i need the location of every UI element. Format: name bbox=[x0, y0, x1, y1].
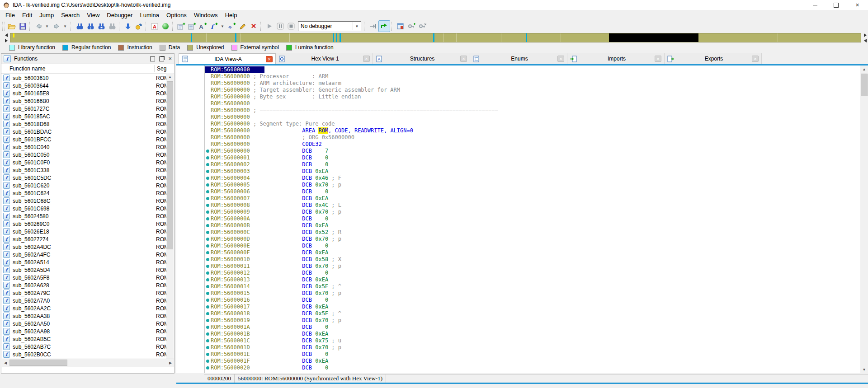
disassembly-line[interactable]: ROM:56000001 DCB 0 bbox=[176, 154, 860, 161]
create-struct-button[interactable] bbox=[226, 21, 237, 32]
search-text-button[interactable] bbox=[74, 21, 85, 32]
disassembly-line[interactable]: ROM:56000009 DCB 0x70 ; p bbox=[176, 209, 860, 215]
menu-view[interactable]: View bbox=[83, 11, 103, 19]
delete-button[interactable]: ✕ bbox=[248, 21, 259, 32]
function-row[interactable]: fsub_56003610ROM bbox=[2, 74, 166, 82]
disassembly-line[interactable]: ROM:56000000 bbox=[176, 114, 860, 121]
jump-by-name-button[interactable] bbox=[123, 21, 133, 32]
close-icon[interactable]: × bbox=[363, 56, 370, 62]
function-row[interactable]: fsub_5602A5F8ROM bbox=[2, 274, 166, 281]
create-code-button[interactable] bbox=[176, 21, 187, 32]
menu-edit[interactable]: Edit bbox=[19, 11, 36, 19]
function-row[interactable]: fsub_5602A4DCROM bbox=[2, 243, 166, 251]
disassembly-line[interactable]: ROM:56000013 DCB 0xEA bbox=[176, 276, 860, 283]
function-row[interactable]: fsub_5602AA2CROM bbox=[2, 304, 166, 312]
function-row[interactable]: fsub_5602AA38ROM bbox=[2, 312, 166, 320]
edit-button[interactable] bbox=[237, 21, 248, 32]
debugger-select[interactable]: No debugger ▼ bbox=[298, 21, 361, 31]
disassembly-line[interactable]: ROM:56000010 DCB 0x58 ; X bbox=[176, 256, 860, 263]
search-bytes-button[interactable] bbox=[96, 21, 107, 32]
close-icon[interactable]: × bbox=[266, 56, 273, 62]
functions-list-header[interactable]: Function name Seg bbox=[1, 64, 174, 74]
create-data-button[interactable] bbox=[187, 21, 198, 32]
function-row[interactable]: fsub_5602A7A0ROM bbox=[2, 297, 166, 304]
function-row[interactable]: fsub_56018D68ROM bbox=[2, 120, 166, 128]
save-button[interactable] bbox=[17, 21, 28, 32]
panel-maximize-icon[interactable] bbox=[150, 56, 155, 61]
disassembly-line[interactable]: ROM:5600000A DCB 0 bbox=[176, 215, 860, 222]
disassembly-line[interactable]: ROM:56000004 DCB 0x46 ; F bbox=[176, 175, 860, 182]
disassembly-line[interactable]: ROM:5600000C DCB 0x52 ; R bbox=[176, 229, 860, 236]
function-row[interactable]: fsub_560166B0ROM bbox=[2, 97, 166, 105]
function-row[interactable]: fsub_5601C050ROM bbox=[2, 151, 166, 159]
function-row[interactable]: fsub_5601C5DCROM bbox=[2, 174, 166, 182]
band-scroll-right[interactable] bbox=[863, 33, 868, 42]
disassembly-line[interactable]: ROM:56000015 DCB 0x70 ; p bbox=[176, 290, 860, 297]
disassembly-view[interactable]: ROM:56000000ROM:56000000 ; Processor : A… bbox=[176, 65, 860, 373]
function-row[interactable]: fsub_5602A79CROM bbox=[2, 289, 166, 297]
chevron-down-icon[interactable]: ▼ bbox=[353, 22, 361, 30]
key-add-button[interactable] bbox=[406, 21, 417, 32]
close-button[interactable]: × bbox=[847, 0, 868, 10]
disassembly-line[interactable]: ROM:5600000E DCB 0 bbox=[176, 243, 860, 249]
disassembly-line[interactable]: ROM:56000000 ; Processor : ARM bbox=[176, 73, 860, 80]
disassembly-line[interactable]: ROM:56000000 bbox=[176, 66, 860, 73]
disassembly-line[interactable]: ROM:56000019 DCB 0x70 ; p bbox=[176, 317, 860, 324]
disassembly-line[interactable]: ROM:56000007 DCB 0xEA bbox=[176, 195, 860, 202]
function-row[interactable]: fsub_5602AB7CROM bbox=[2, 343, 166, 351]
disassembly-line[interactable]: ROM:56000012 DCB 0 bbox=[176, 270, 860, 276]
ascii-strings-button[interactable]: A bbox=[149, 21, 160, 32]
pause-process-button[interactable] bbox=[275, 21, 286, 32]
navigate-forward-chevron-icon[interactable]: ▼ bbox=[62, 21, 69, 32]
tab-ida-view-a[interactable]: IDA View-A× bbox=[179, 53, 276, 64]
function-row[interactable]: fsub_5602A5D4ROM bbox=[2, 266, 166, 274]
search-next-button[interactable]: T bbox=[85, 21, 96, 32]
column-divider[interactable] bbox=[154, 65, 155, 72]
function-row[interactable]: fsub_5601BDACROM bbox=[2, 128, 166, 136]
functions-panel-titlebar[interactable]: f Functions × bbox=[1, 54, 174, 64]
disassembly-line[interactable]: ROM:56000018 DCB 0x5E ; ^ bbox=[176, 310, 860, 317]
disassembly-line[interactable]: ROM:56000000 CODE32 bbox=[176, 141, 860, 148]
menu-jump[interactable]: Jump bbox=[36, 11, 57, 19]
function-row[interactable]: fsub_5601C0F0ROM bbox=[2, 159, 166, 166]
function-row[interactable]: fsub_5601C698ROM bbox=[2, 205, 166, 212]
panel-close-icon[interactable]: × bbox=[168, 56, 172, 61]
tab-enums[interactable]: Enums× bbox=[470, 53, 567, 64]
navigate-forward-button[interactable] bbox=[51, 21, 62, 32]
function-row[interactable]: fsub_560269C0ROM bbox=[2, 220, 166, 228]
disassembly-line[interactable]: ROM:56000003 DCB 0xEA bbox=[176, 168, 860, 175]
function-row[interactable]: fsub_5601C620ROM bbox=[2, 182, 166, 189]
disassembly-line[interactable]: ROM:5600000B DCB 0xEA bbox=[176, 222, 860, 229]
close-icon[interactable]: × bbox=[460, 56, 467, 62]
function-row[interactable]: fsub_56027274ROM bbox=[2, 235, 166, 243]
disassembly-line[interactable]: ROM:5600001D DCB 0x70 ; p bbox=[176, 344, 860, 351]
disassembly-line[interactable]: ROM:56000000 ; Byte sex : Little endian bbox=[176, 93, 860, 100]
scroll-up-icon[interactable]: ▲ bbox=[860, 65, 868, 73]
start-process-button[interactable] bbox=[264, 21, 275, 32]
scroll-down-icon[interactable]: ▼ bbox=[860, 366, 868, 373]
disassembly-line[interactable]: ROM:56000011 DCB 0x70 ; p bbox=[176, 263, 860, 270]
menu-file[interactable]: File bbox=[2, 11, 19, 19]
create-function-button[interactable]: f bbox=[208, 21, 219, 32]
functions-list[interactable]: fsub_56003610ROMfsub_56003644ROMfsub_560… bbox=[2, 73, 166, 367]
disassembly-scrollbar[interactable]: ▲ ▼ bbox=[860, 65, 868, 373]
column-function-name[interactable]: Function name bbox=[9, 65, 45, 72]
disassembly-line[interactable]: ROM:56000006 DCB 0 bbox=[176, 188, 860, 195]
lumina-button[interactable] bbox=[133, 21, 144, 32]
open-file-button[interactable] bbox=[6, 21, 17, 32]
function-row[interactable]: fsub_5601C040ROM bbox=[2, 143, 166, 151]
run-to-cursor-button[interactable] bbox=[368, 21, 378, 32]
disassembly-line[interactable]: ROM:56000000 ; ORG 0x56000000 bbox=[176, 134, 860, 141]
scroll-left-icon[interactable]: ◀ bbox=[2, 359, 9, 366]
disassembly-line[interactable]: ROM:5600000F DCB 0xEA bbox=[176, 249, 860, 256]
function-row[interactable]: fsub_5602B0CCROM bbox=[2, 351, 166, 358]
function-row[interactable]: fsub_5602AB5CROM bbox=[2, 335, 166, 343]
function-row[interactable]: fsub_56024580ROM bbox=[2, 212, 166, 220]
close-icon[interactable]: × bbox=[557, 56, 564, 62]
disassembly-line[interactable]: ROM:56000016 DCB 0 bbox=[176, 297, 860, 304]
scrollbar-thumb[interactable] bbox=[861, 74, 868, 96]
disassembly-line[interactable]: ROM:56000000 AREA ROM, CODE, READWRITE, … bbox=[176, 127, 860, 134]
create-string-button[interactable]: A bbox=[198, 21, 208, 32]
function-row[interactable]: fsub_5602AA98ROM bbox=[2, 327, 166, 335]
disassembly-line[interactable]: ROM:56000000 ; =========================… bbox=[176, 107, 860, 114]
